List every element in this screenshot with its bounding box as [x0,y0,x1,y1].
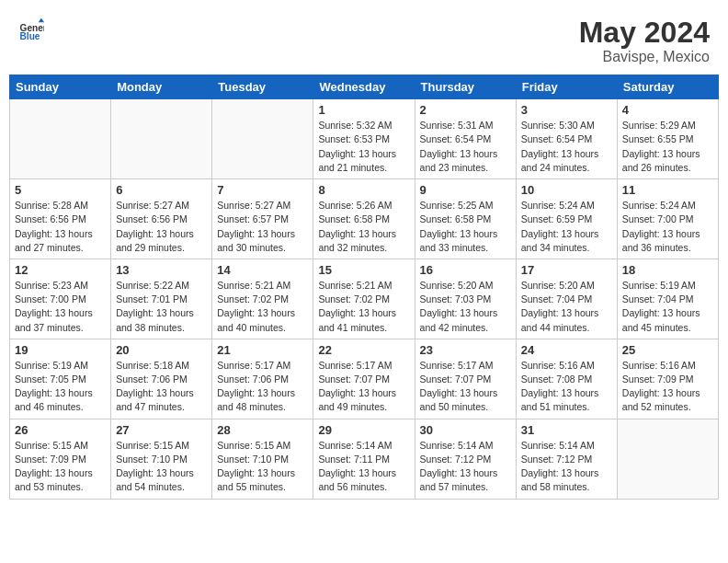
day-number: 23 [420,343,511,357]
calendar-cell: 19Sunrise: 5:19 AM Sunset: 7:05 PM Dayli… [10,339,111,419]
calendar-cell: 22Sunrise: 5:17 AM Sunset: 7:07 PM Dayli… [313,339,415,419]
day-number: 17 [521,263,612,277]
weekday-header-row: SundayMondayTuesdayWednesdayThursdayFrid… [10,75,719,99]
day-number: 21 [217,343,308,357]
calendar-cell: 30Sunrise: 5:14 AM Sunset: 7:12 PM Dayli… [415,419,516,499]
calendar-cell: 23Sunrise: 5:17 AM Sunset: 7:07 PM Dayli… [415,339,516,419]
day-info: Sunrise: 5:20 AM Sunset: 7:03 PM Dayligh… [420,279,511,335]
weekday-header: Monday [111,75,212,99]
day-number: 7 [217,183,308,197]
calendar-cell: 25Sunrise: 5:16 AM Sunset: 7:09 PM Dayli… [617,339,718,419]
calendar-week-row: 26Sunrise: 5:15 AM Sunset: 7:09 PM Dayli… [10,419,719,499]
day-number: 31 [521,423,612,437]
day-info: Sunrise: 5:16 AM Sunset: 7:08 PM Dayligh… [521,359,612,415]
day-info: Sunrise: 5:29 AM Sunset: 6:55 PM Dayligh… [622,119,713,175]
month-year: May 2024 [579,17,710,49]
calendar-cell: 1Sunrise: 5:32 AM Sunset: 6:53 PM Daylig… [313,99,415,179]
day-number: 5 [15,183,106,197]
day-info: Sunrise: 5:24 AM Sunset: 7:00 PM Dayligh… [622,199,713,255]
calendar-cell: 4Sunrise: 5:29 AM Sunset: 6:55 PM Daylig… [617,99,718,179]
page-header: General Blue May 2024 Bavispe, Mexico [9,9,719,69]
day-number: 16 [420,263,511,277]
day-info: Sunrise: 5:31 AM Sunset: 6:54 PM Dayligh… [420,119,511,175]
day-info: Sunrise: 5:15 AM Sunset: 7:10 PM Dayligh… [116,439,207,495]
day-info: Sunrise: 5:20 AM Sunset: 7:04 PM Dayligh… [521,279,612,335]
title-block: May 2024 Bavispe, Mexico [579,17,710,65]
day-number: 20 [116,343,207,357]
day-number: 8 [318,183,409,197]
day-info: Sunrise: 5:18 AM Sunset: 7:06 PM Dayligh… [116,359,207,415]
day-number: 27 [116,423,207,437]
day-info: Sunrise: 5:17 AM Sunset: 7:07 PM Dayligh… [318,359,409,415]
day-number: 26 [15,423,106,437]
day-info: Sunrise: 5:21 AM Sunset: 7:02 PM Dayligh… [318,279,409,335]
day-number: 25 [622,343,713,357]
calendar-cell: 6Sunrise: 5:27 AM Sunset: 6:56 PM Daylig… [111,179,212,259]
day-number: 2 [420,103,511,117]
calendar-cell: 3Sunrise: 5:30 AM Sunset: 6:54 PM Daylig… [516,99,617,179]
calendar-cell [10,99,111,179]
weekday-header: Sunday [10,75,111,99]
day-info: Sunrise: 5:14 AM Sunset: 7:12 PM Dayligh… [420,439,511,495]
weekday-header: Saturday [617,75,718,99]
calendar-cell: 24Sunrise: 5:16 AM Sunset: 7:08 PM Dayli… [516,339,617,419]
calendar-cell: 5Sunrise: 5:28 AM Sunset: 6:56 PM Daylig… [10,179,111,259]
calendar-cell [212,99,313,179]
calendar-cell: 12Sunrise: 5:23 AM Sunset: 7:00 PM Dayli… [10,259,111,339]
logo: General Blue [18,17,44,42]
day-info: Sunrise: 5:23 AM Sunset: 7:00 PM Dayligh… [15,279,106,335]
calendar-cell: 2Sunrise: 5:31 AM Sunset: 6:54 PM Daylig… [415,99,516,179]
day-info: Sunrise: 5:15 AM Sunset: 7:10 PM Dayligh… [217,439,308,495]
calendar-cell: 18Sunrise: 5:19 AM Sunset: 7:04 PM Dayli… [617,259,718,339]
svg-text:Blue: Blue [20,31,40,41]
logo-icon: General Blue [18,17,44,42]
calendar-cell: 26Sunrise: 5:15 AM Sunset: 7:09 PM Dayli… [10,419,111,499]
calendar-cell: 15Sunrise: 5:21 AM Sunset: 7:02 PM Dayli… [313,259,415,339]
calendar-cell: 27Sunrise: 5:15 AM Sunset: 7:10 PM Dayli… [111,419,212,499]
day-number: 3 [521,103,612,117]
day-number: 15 [318,263,409,277]
day-number: 19 [15,343,106,357]
calendar-cell: 31Sunrise: 5:14 AM Sunset: 7:12 PM Dayli… [516,419,617,499]
day-number: 10 [521,183,612,197]
day-number: 4 [622,103,713,117]
calendar-week-row: 5Sunrise: 5:28 AM Sunset: 6:56 PM Daylig… [10,179,719,259]
day-info: Sunrise: 5:15 AM Sunset: 7:09 PM Dayligh… [15,439,106,495]
calendar-cell: 16Sunrise: 5:20 AM Sunset: 7:03 PM Dayli… [415,259,516,339]
day-info: Sunrise: 5:32 AM Sunset: 6:53 PM Dayligh… [318,119,409,175]
day-number: 22 [318,343,409,357]
calendar-cell: 8Sunrise: 5:26 AM Sunset: 6:58 PM Daylig… [313,179,415,259]
day-number: 18 [622,263,713,277]
day-info: Sunrise: 5:19 AM Sunset: 7:05 PM Dayligh… [15,359,106,415]
day-info: Sunrise: 5:27 AM Sunset: 6:56 PM Dayligh… [116,199,207,255]
calendar-cell [617,419,718,499]
day-info: Sunrise: 5:26 AM Sunset: 6:58 PM Dayligh… [318,199,409,255]
day-info: Sunrise: 5:30 AM Sunset: 6:54 PM Dayligh… [521,119,612,175]
calendar-cell: 21Sunrise: 5:17 AM Sunset: 7:06 PM Dayli… [212,339,313,419]
day-info: Sunrise: 5:21 AM Sunset: 7:02 PM Dayligh… [217,279,308,335]
day-number: 1 [318,103,409,117]
day-info: Sunrise: 5:19 AM Sunset: 7:04 PM Dayligh… [622,279,713,335]
weekday-header: Thursday [415,75,516,99]
day-number: 6 [116,183,207,197]
day-info: Sunrise: 5:16 AM Sunset: 7:09 PM Dayligh… [622,359,713,415]
calendar-table: SundayMondayTuesdayWednesdayThursdayFrid… [9,75,719,499]
day-info: Sunrise: 5:25 AM Sunset: 6:58 PM Dayligh… [420,199,511,255]
location: Bavispe, Mexico [579,49,710,65]
day-number: 11 [622,183,713,197]
calendar-cell: 14Sunrise: 5:21 AM Sunset: 7:02 PM Dayli… [212,259,313,339]
day-info: Sunrise: 5:27 AM Sunset: 6:57 PM Dayligh… [217,199,308,255]
day-number: 12 [15,263,106,277]
day-number: 30 [420,423,511,437]
calendar-cell: 28Sunrise: 5:15 AM Sunset: 7:10 PM Dayli… [212,419,313,499]
day-info: Sunrise: 5:14 AM Sunset: 7:12 PM Dayligh… [521,439,612,495]
calendar-week-row: 1Sunrise: 5:32 AM Sunset: 6:53 PM Daylig… [10,99,719,179]
day-number: 29 [318,423,409,437]
calendar-cell: 13Sunrise: 5:22 AM Sunset: 7:01 PM Dayli… [111,259,212,339]
weekday-header: Wednesday [313,75,415,99]
calendar-cell: 9Sunrise: 5:25 AM Sunset: 6:58 PM Daylig… [415,179,516,259]
calendar-week-row: 12Sunrise: 5:23 AM Sunset: 7:00 PM Dayli… [10,259,719,339]
day-info: Sunrise: 5:28 AM Sunset: 6:56 PM Dayligh… [15,199,106,255]
calendar-cell: 20Sunrise: 5:18 AM Sunset: 7:06 PM Dayli… [111,339,212,419]
weekday-header: Tuesday [212,75,313,99]
